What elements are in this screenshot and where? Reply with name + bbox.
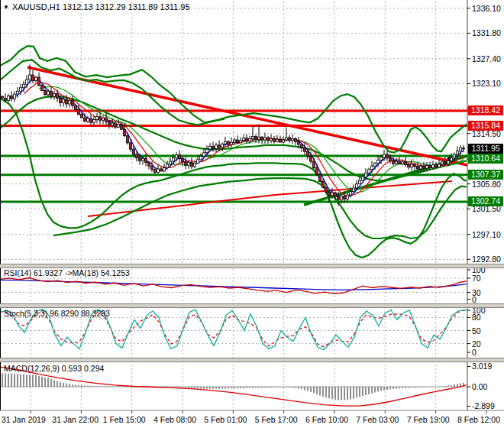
candle-body xyxy=(121,125,123,130)
candle-body xyxy=(292,139,294,141)
time-axis-label: 31 Jan 2019 xyxy=(2,415,46,424)
symbol-quote-text: XAUUSD,H1 1312.13 1312.29 1311.89 1311.9… xyxy=(12,2,190,11)
candle-body xyxy=(411,164,413,167)
stoch-axis-label: 50 xyxy=(472,326,481,336)
candle-body xyxy=(75,105,77,109)
candle-body xyxy=(163,167,166,171)
candle-body xyxy=(243,138,245,141)
candle-body xyxy=(298,141,300,144)
candle-body xyxy=(5,98,7,100)
stoch-axis-label: 80 xyxy=(472,313,481,322)
candle-body xyxy=(325,187,328,192)
time-axis-label: 5 Feb 17:00 xyxy=(255,415,298,424)
candle-body xyxy=(154,170,157,173)
candle-body xyxy=(362,177,364,181)
candle-body xyxy=(47,91,50,95)
candle-body xyxy=(286,138,288,140)
candle-body xyxy=(334,193,337,196)
candle-body xyxy=(237,140,239,143)
candle-body xyxy=(310,156,312,161)
candle-body xyxy=(270,139,273,141)
candle-body xyxy=(212,146,215,148)
price-axis-label: 1327.40 xyxy=(472,54,501,63)
time-axis-label: 8 Feb 12:00 xyxy=(457,415,500,424)
candle-body xyxy=(130,143,132,149)
candle-body xyxy=(11,96,13,99)
candle-body xyxy=(393,160,395,164)
candle-body xyxy=(234,140,236,142)
candle-body xyxy=(66,99,68,104)
time-axis-label: 7 Feb 19:00 xyxy=(407,415,450,424)
candle-body xyxy=(276,139,279,141)
candle-body xyxy=(191,163,193,167)
candle-body xyxy=(148,163,150,167)
candle-body xyxy=(408,165,410,167)
candle-body xyxy=(463,148,465,149)
candle-body xyxy=(111,123,114,125)
candle-body xyxy=(356,184,358,188)
candle-body xyxy=(313,161,315,167)
candle-body xyxy=(53,93,56,96)
price-axis-label: 1323.10 xyxy=(472,79,501,88)
candle-body xyxy=(160,169,163,171)
candle-body xyxy=(246,138,248,141)
candle-body xyxy=(344,196,346,199)
candle-body xyxy=(99,117,102,121)
candle-body xyxy=(438,164,441,167)
chart-title: ▼XAUUSD,H1 1312.13 1312.29 1311.89 1311.… xyxy=(3,2,190,11)
candle-body xyxy=(44,91,47,95)
candle-body xyxy=(368,170,370,173)
candle-body xyxy=(188,163,190,166)
candle-body xyxy=(8,96,10,100)
candle-body xyxy=(405,162,407,165)
candle-body xyxy=(115,123,117,127)
candle-body xyxy=(182,158,184,162)
candle-body xyxy=(457,151,459,154)
rsi-axis-label: 70 xyxy=(472,274,481,283)
candle-body xyxy=(341,196,343,200)
candle-body xyxy=(170,161,172,164)
candle-body xyxy=(127,136,129,143)
stoch-axis-label: 20 xyxy=(472,339,481,349)
candle-body xyxy=(231,142,233,144)
candle-body xyxy=(377,160,380,164)
candle-body xyxy=(203,153,205,157)
candle-body xyxy=(380,157,383,160)
candle-body xyxy=(383,154,386,157)
candle-body xyxy=(350,192,352,196)
candle-body xyxy=(136,154,138,158)
candle-body xyxy=(249,139,251,141)
candle-body xyxy=(63,99,65,103)
stoch-axis-label: 0 xyxy=(472,348,477,357)
candle-body xyxy=(87,118,89,122)
candle-body xyxy=(151,166,153,170)
candle-body xyxy=(102,118,105,120)
candle-body xyxy=(17,91,19,94)
candle-body xyxy=(261,137,263,140)
symbol-dropdown-icon[interactable]: ▼ xyxy=(3,4,9,11)
candle-body xyxy=(23,84,25,88)
trendline-ascending-thin[interactable] xyxy=(88,181,452,216)
candle-body xyxy=(118,125,120,128)
candle-body xyxy=(206,149,208,153)
candle-body xyxy=(353,188,355,192)
candle-body xyxy=(322,182,325,188)
candle-body xyxy=(338,196,340,199)
panel-separator-stoch[interactable] xyxy=(0,303,504,308)
time-axis-label: 1 Feb 15:00 xyxy=(103,415,146,424)
candle-body xyxy=(460,148,462,151)
candle-body xyxy=(399,161,401,164)
candle-body xyxy=(157,169,160,173)
candle-body xyxy=(304,148,306,152)
candle-body xyxy=(402,162,404,164)
candle-body xyxy=(218,145,221,148)
panel-separator-macd[interactable] xyxy=(0,358,504,362)
candle-body xyxy=(173,158,175,162)
candle-body xyxy=(200,156,202,160)
candle-body xyxy=(145,158,147,162)
candle-body xyxy=(41,86,44,91)
candle-body xyxy=(283,140,285,142)
candle-body xyxy=(35,77,37,81)
candle-body xyxy=(194,163,196,167)
price-axis-label: 1331.80 xyxy=(472,28,501,37)
